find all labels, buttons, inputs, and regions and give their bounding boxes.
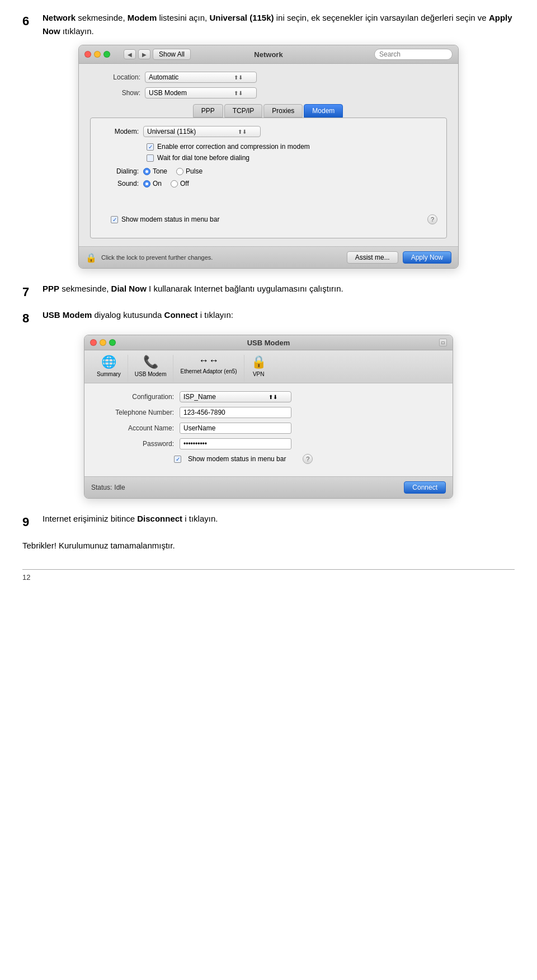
usb-status-checkbox[interactable]: ✓ xyxy=(174,456,181,463)
forward-button[interactable]: ▶ xyxy=(138,49,150,59)
step-7-number: 7 xyxy=(22,282,43,302)
usb-traffic-lights xyxy=(90,339,116,346)
ethernet-icon: ↔↔ xyxy=(199,355,219,367)
modem-select-value: Universal (115k) xyxy=(147,128,196,135)
summary-label: Summary xyxy=(97,371,121,377)
dialing-row: Dialing: Tone Pulse xyxy=(100,167,437,175)
usb-close-button[interactable] xyxy=(90,339,97,346)
config-row: Configuration: ISP_Name ⬆⬇ xyxy=(96,391,441,402)
apply-now-button[interactable]: Apply Now xyxy=(403,251,451,264)
vpn-icon-item[interactable]: 🔒 VPN xyxy=(244,355,273,383)
tab-proxies[interactable]: Proxies xyxy=(263,104,303,118)
minimize-button[interactable] xyxy=(94,51,101,58)
modem-select[interactable]: Universal (115k) ⬆⬇ xyxy=(143,126,261,137)
usb-status-value: Idle xyxy=(114,484,125,491)
network-window: ◀ ▶ Show All Network Location: Automatic… xyxy=(78,45,459,269)
status-checkbox[interactable]: ✓ xyxy=(111,216,118,223)
config-select[interactable]: ISP_Name ⬆⬇ xyxy=(180,391,291,402)
usb-modem-icon-label: USB Modem xyxy=(135,371,167,377)
vpn-label: VPN xyxy=(253,371,265,377)
page-number: 12 xyxy=(22,573,30,582)
sound-on-radio[interactable] xyxy=(143,180,150,187)
show-select[interactable]: USB Modem ⬆⬇ xyxy=(145,87,257,99)
usb-titlebar: USB Modem □ xyxy=(84,335,453,350)
checkbox2-label: Wait for dial tone before dialing xyxy=(157,154,249,162)
tab-modem[interactable]: Modem xyxy=(304,104,343,118)
telephone-input[interactable] xyxy=(180,407,291,418)
show-label: Show: xyxy=(90,89,140,97)
tab-ppp[interactable]: PPP xyxy=(193,104,223,118)
step-9-block: 9 Internet erişiminiz bitince Disconnect… xyxy=(22,512,515,532)
account-label: Account Name: xyxy=(96,424,174,432)
step-7-text: PPP sekmesinde, Dial Now I kullanarak In… xyxy=(43,282,343,302)
step8-text1: diyalog kutusunda xyxy=(95,310,164,320)
status-checkbox-label: Show modem status in menu bar xyxy=(121,215,219,223)
step8-text2: i tıklayın: xyxy=(200,310,233,320)
show-value: USB Modem xyxy=(149,89,187,97)
step-8-text: USB Modem diyalog kutusunda Connect i tı… xyxy=(43,308,233,328)
dialing-label: Dialing: xyxy=(100,167,139,175)
step-8-block: 8 USB Modem diyalog kutusunda Connect i … xyxy=(22,308,515,328)
network-tabs: PPP TCP/IP Proxies Modem xyxy=(90,104,447,118)
usb-modem-icon-item[interactable]: 📞 USB Modem xyxy=(128,355,174,383)
usb-resize-button[interactable]: □ xyxy=(439,339,447,346)
usb-content: Configuration: ISP_Name ⬆⬇ Telephone Num… xyxy=(84,383,453,476)
ethernet-icon-item[interactable]: ↔↔ Ethernet Adaptor (en5) xyxy=(173,355,244,383)
search-input[interactable] xyxy=(374,49,453,60)
step-6-number: 6 xyxy=(22,11,43,38)
account-input[interactable] xyxy=(180,423,291,434)
step9-text1: Internet erişiminiz bitince xyxy=(43,514,137,523)
password-row: Password: xyxy=(96,438,441,449)
usb-minimize-button[interactable] xyxy=(100,339,106,346)
sound-off-option[interactable]: Off xyxy=(171,180,189,187)
maximize-button[interactable] xyxy=(103,51,110,58)
network-titlebar: ◀ ▶ Show All Network xyxy=(79,45,458,64)
dial-now-label: Dial Now xyxy=(111,284,147,293)
tone-label: Tone xyxy=(153,167,167,175)
pulse-option[interactable]: Pulse xyxy=(176,167,202,175)
help-button[interactable]: ? xyxy=(427,214,437,224)
sound-off-radio[interactable] xyxy=(171,180,178,187)
tab-tcpip[interactable]: TCP/IP xyxy=(224,104,263,118)
usb-icon-bar: 🌐 Summary 📞 USB Modem ↔↔ Ethernet Adapto… xyxy=(84,350,453,383)
modem-arrow: ⬆⬇ xyxy=(238,129,247,135)
step9-text2: i tıklayın. xyxy=(185,514,218,523)
show-all-button[interactable]: Show All xyxy=(153,49,191,60)
password-input[interactable] xyxy=(180,438,291,449)
modem-tab-panel: Modem: Universal (115k) ⬆⬇ ✓ Enable erro… xyxy=(90,118,447,238)
location-select[interactable]: Automatic ⬆⬇ xyxy=(145,72,257,83)
usb-maximize-button[interactable] xyxy=(109,339,116,346)
sound-on-label: On xyxy=(153,180,162,187)
connect-button[interactable]: Connect xyxy=(404,481,446,494)
checkbox1-label: Enable error correction and compression … xyxy=(157,143,310,151)
lock-icon[interactable]: 🔒 xyxy=(86,252,97,263)
location-label: Location: xyxy=(90,73,140,81)
modem-label-2: Modem xyxy=(128,13,157,22)
checkbox2[interactable] xyxy=(147,154,154,162)
checkbox1[interactable]: ✓ xyxy=(147,143,154,151)
modem-field-label: Modem: xyxy=(100,128,139,135)
usb-help-button[interactable]: ? xyxy=(303,454,313,464)
step6-text4: ini seçin, ek seçenekler için varsayılan… xyxy=(276,13,489,22)
congrats-label: Tebrikler! Kurulumunuz tamamalanmıştır. xyxy=(22,541,175,550)
usb-status-label: Status: xyxy=(91,484,112,491)
summary-icon-item[interactable]: 🌐 Summary xyxy=(90,355,128,383)
telephone-row: Telephone Number: xyxy=(96,407,441,418)
network-footer: 🔒 Click the lock to prevent further chan… xyxy=(79,246,458,268)
step-6-block: 6 Network sekmesinde, Modem listesini aç… xyxy=(22,11,515,38)
close-button[interactable] xyxy=(84,51,91,58)
step-6-text: Network sekmesinde, Modem listesini açın… xyxy=(43,11,515,38)
sound-off-label: Off xyxy=(180,180,189,187)
sound-on-option[interactable]: On xyxy=(143,180,162,187)
assist-button[interactable]: Assist me... xyxy=(347,251,398,264)
usb-footer: Status: Idle Connect xyxy=(84,476,453,498)
config-label: Configuration: xyxy=(96,393,174,401)
pulse-label: Pulse xyxy=(186,167,202,175)
config-value: ISP_Name xyxy=(183,393,216,401)
checkbox2-row: Wait for dial tone before dialing xyxy=(147,154,437,162)
tone-radio[interactable] xyxy=(143,168,150,175)
back-button[interactable]: ◀ xyxy=(124,49,136,59)
tone-option[interactable]: Tone xyxy=(143,167,167,175)
pulse-radio[interactable] xyxy=(176,168,183,175)
account-row: Account Name: xyxy=(96,423,441,434)
